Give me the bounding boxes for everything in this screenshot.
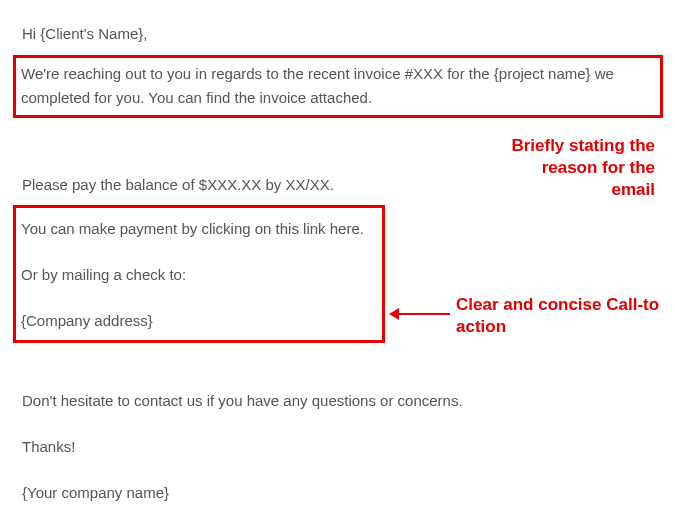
- mailing-intro-line: Or by mailing a check to:: [21, 263, 376, 287]
- thanks-line: Thanks!: [22, 435, 654, 459]
- company-name-line: {Your company name}: [22, 481, 654, 505]
- greeting-line: Hi {Client's Name},: [22, 22, 654, 46]
- balance-line: Please pay the balance of $XXX.XX by XX/…: [22, 173, 654, 197]
- company-address-line: {Company address}: [21, 309, 376, 333]
- intro-line: We're reaching out to you in regards to …: [21, 62, 656, 110]
- arrow-icon: [395, 313, 450, 315]
- contact-line: Don't hesitate to contact us if you have…: [22, 389, 654, 413]
- payment-link-line: You can make payment by clicking on this…: [21, 217, 376, 241]
- annotation-cta: Clear and concise Call-to action: [456, 294, 676, 338]
